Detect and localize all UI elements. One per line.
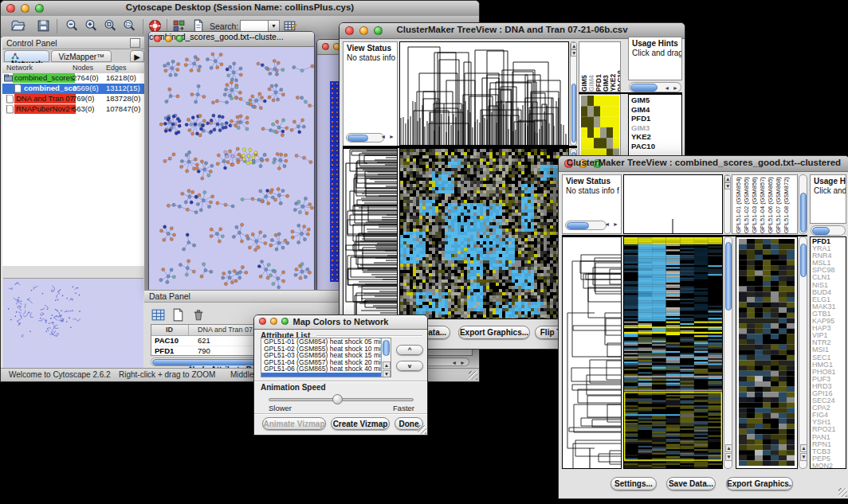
divider (254, 381, 427, 382)
tv2-row-dendrogram[interactable] (562, 236, 622, 469)
gene-label[interactable]: GIM5 (629, 96, 681, 105)
network-list: combined_scores2764(0)16218(0)combined_s… (2, 73, 144, 266)
tv2-titlebar[interactable]: ClusterMaker TreeView : combined_scores_… (559, 156, 848, 172)
resize-grip[interactable] (469, 371, 477, 380)
close-icon[interactable] (154, 35, 161, 42)
network-canvas[interactable] (149, 46, 314, 290)
column-label: GPL51-08 (GSM872) (783, 175, 791, 233)
tv1-column-dendrogram[interactable] (399, 41, 569, 146)
tv2-top-strip[interactable]: ▲ ▼ (724, 174, 731, 234)
open-file-icon[interactable] (10, 18, 26, 34)
tv2-heat-vscrollbar[interactable]: ▲ ▼ (724, 236, 732, 469)
delete-attribute-icon[interactable] (190, 307, 206, 323)
column-label: GPL51-02 (GSM855) (743, 175, 751, 233)
faster-label: Faster (393, 404, 414, 412)
tv2-summary-vscrollbar[interactable]: ▲ ▼ (799, 236, 807, 469)
tv1-hints-hscrollbar[interactable]: ◄ ► (629, 82, 681, 92)
tv2-column-dendrogram[interactable] (623, 174, 723, 234)
zoom-selected-icon[interactable] (122, 18, 138, 34)
zoom-fit-icon[interactable] (103, 18, 119, 34)
tv1-status-hscrollbar[interactable] (346, 133, 384, 143)
attribute-list-scrollbar[interactable]: ▲ ▼ (381, 338, 391, 377)
tv2-gene-list[interactable]: PFD1YRA1RNR4MSL1SPC98CLN1NIS1BUD4ELG1MAK… (810, 236, 846, 469)
tv2-usage-hints-panel: Usage Hi Click and (810, 174, 846, 224)
control-panel: Control Panel NetworkVizMapper™▶ Network… (2, 37, 145, 369)
slider-thumb-icon[interactable] (332, 394, 343, 404)
search-input[interactable] (240, 20, 269, 32)
column-label: PAC10 (617, 44, 621, 92)
gene-label[interactable]: PFD1 (629, 114, 681, 123)
divider (254, 413, 427, 415)
treeview-window-combined: ClusterMaker TreeView : combined_scores_… (558, 155, 848, 499)
gene-label[interactable]: GIM4 (629, 105, 681, 115)
tv2-status-hscrollbar[interactable] (565, 221, 607, 230)
map-colors-dialog: Map Colors to Network Attribute List GPL… (253, 315, 428, 436)
attribute-listbox[interactable]: GPL51-01 (GSM854) heat shock 05 minGPL51… (261, 338, 391, 377)
zoom-window-icon[interactable] (176, 35, 183, 42)
tv1-usage-hints-panel: Usage Hints Click and drag tc (628, 37, 682, 80)
network-table-header: Network Nodes Edges (2, 63, 144, 74)
main-window-title: Cytoscape Desktop (Session Name: collins… (1, 2, 479, 12)
tv2-summary-panel[interactable] (736, 236, 798, 469)
network-view-1-titlebar[interactable]: combined_scores_good.txt--cluste... (149, 32, 314, 47)
tab-vizmapper-[interactable]: VizMapper™ (51, 50, 112, 62)
zoom-out-icon[interactable] (65, 18, 80, 34)
network-overview-panel[interactable] (3, 278, 143, 368)
tab-overflow-icon[interactable]: ▶ (130, 50, 144, 62)
control-panel-title: Control Panel (2, 37, 144, 49)
network-row-combined-sco[interactable]: combined_sco2569(6)13112(15) (2, 84, 144, 94)
toolbar-separator (57, 19, 57, 33)
close-icon[interactable] (322, 43, 329, 50)
tv2-view-status-panel: View Status No status info f ◄ ► (562, 174, 622, 234)
tab-network[interactable]: Network (4, 50, 49, 62)
divider (316, 335, 422, 337)
dialog-titlebar[interactable]: Map Colors to Network (254, 315, 427, 330)
tv1-view-status-panel: View Status No status info f ◄ ► (343, 41, 398, 147)
gene-label[interactable]: PAC10 (629, 142, 681, 151)
column-label: GPL51-06 (GSM865) (767, 175, 775, 233)
save-data--button[interactable]: Save Data... (666, 477, 716, 490)
tv1-top-vscrollbar[interactable]: ▲ ▼ (570, 41, 577, 146)
control-panel-tabs: NetworkVizMapper™▶ (2, 49, 144, 64)
tv1-column-labels: GIM5GIM4PFD1GIM3YKE2PAC10 (579, 41, 621, 92)
resize-grip[interactable] (838, 488, 847, 497)
dialog-title: Map Colors to Network (254, 317, 427, 326)
attribute-table-icon[interactable] (151, 307, 167, 323)
create-vizmap-button[interactable]: Create Vizmap (331, 417, 390, 430)
network-row-dna-and-tran-07[interactable]: DNA and Tran 07769(0)183728(0) (2, 94, 144, 104)
gene-label[interactable]: GIM3 (629, 123, 681, 133)
export-graphics--button[interactable]: Export Graphics... (726, 477, 793, 490)
gene-label[interactable]: MON2 (811, 463, 846, 469)
tv1-title: ClusterMaker TreeView : DNA and Tran 07-… (340, 25, 685, 34)
tv1-row-dendrogram[interactable] (343, 148, 398, 319)
settings--button[interactable]: Settings... (610, 477, 657, 490)
minimize-icon[interactable] (165, 35, 172, 42)
selected-attribute-row[interactable] (261, 373, 381, 377)
new-attribute-icon[interactable] (171, 307, 186, 323)
document-icon (14, 84, 22, 93)
network-row-rnapubernov2-[interactable]: RNAPuberNov2+563(0)107847(0) (2, 104, 144, 115)
gene-label[interactable]: YKE2 (629, 132, 681, 142)
animate-vizmap-button[interactable]: Animate Vizmap (262, 417, 326, 430)
network-row-combined-scores[interactable]: combined_scores2764(0)16218(0) (2, 73, 144, 84)
move-down-button[interactable]: v (396, 361, 423, 371)
export-graphics--button[interactable]: Export Graphics... (458, 326, 530, 339)
network-view-window-1[interactable]: combined_scores_good.txt--cluste... (148, 31, 315, 291)
search-label: Search: (210, 21, 238, 31)
tv2-heatmap[interactable] (623, 236, 723, 469)
save-icon[interactable] (36, 18, 52, 34)
tv2-hints-hscrollbar[interactable] (811, 225, 846, 236)
column-label: GPL51-04 (GSM857) (759, 175, 767, 233)
document-icon (6, 95, 14, 104)
tv2-labels-vscrollbar[interactable] (799, 174, 807, 234)
resize-grip[interactable] (418, 425, 426, 434)
move-up-button[interactable]: ^ (396, 345, 423, 355)
folder-icon (4, 74, 13, 83)
animation-speed-label: Animation Speed (261, 383, 326, 392)
status-pan-hint: Middle- (230, 370, 257, 379)
main-titlebar[interactable]: Cytoscape Desktop (Session Name: collins… (1, 1, 479, 17)
search-dropdown-icon[interactable]: ▼ (268, 20, 280, 32)
tv1-heatmap[interactable] (399, 148, 569, 319)
zoom-in-icon[interactable] (84, 18, 100, 34)
float-panel-icon[interactable] (130, 38, 140, 48)
